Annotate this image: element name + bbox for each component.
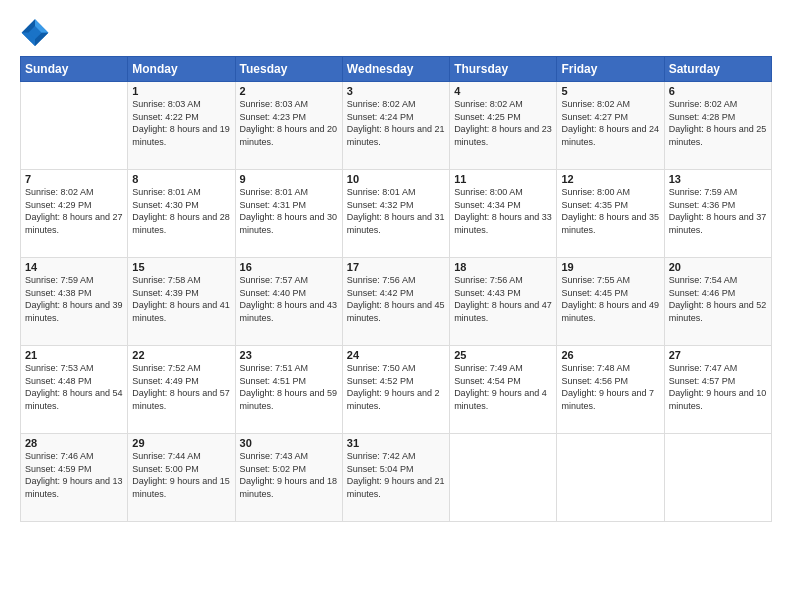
day-number: 31: [347, 437, 445, 449]
calendar-day-cell: 26 Sunrise: 7:48 AM Sunset: 4:56 PM Dayl…: [557, 346, 664, 434]
calendar-header-row: SundayMondayTuesdayWednesdayThursdayFrid…: [21, 57, 772, 82]
logo-icon: [20, 16, 50, 46]
day-info: Sunrise: 8:02 AM Sunset: 4:24 PM Dayligh…: [347, 98, 445, 148]
day-info: Sunrise: 8:00 AM Sunset: 4:35 PM Dayligh…: [561, 186, 659, 236]
day-info: Sunrise: 8:03 AM Sunset: 4:23 PM Dayligh…: [240, 98, 338, 148]
day-info: Sunrise: 7:48 AM Sunset: 4:56 PM Dayligh…: [561, 362, 659, 412]
calendar-day-cell: 25 Sunrise: 7:49 AM Sunset: 4:54 PM Dayl…: [450, 346, 557, 434]
calendar-day-cell: [450, 434, 557, 522]
day-number: 23: [240, 349, 338, 361]
day-number: 16: [240, 261, 338, 273]
day-number: 3: [347, 85, 445, 97]
day-number: 17: [347, 261, 445, 273]
day-number: 11: [454, 173, 552, 185]
day-number: 6: [669, 85, 767, 97]
calendar-day-cell: 13 Sunrise: 7:59 AM Sunset: 4:36 PM Dayl…: [664, 170, 771, 258]
calendar-table: SundayMondayTuesdayWednesdayThursdayFrid…: [20, 56, 772, 522]
calendar-day-cell: 29 Sunrise: 7:44 AM Sunset: 5:00 PM Dayl…: [128, 434, 235, 522]
day-number: 13: [669, 173, 767, 185]
day-number: 9: [240, 173, 338, 185]
day-number: 24: [347, 349, 445, 361]
weekday-header-wednesday: Wednesday: [342, 57, 449, 82]
day-number: 26: [561, 349, 659, 361]
calendar-day-cell: [664, 434, 771, 522]
day-number: 27: [669, 349, 767, 361]
calendar-day-cell: 9 Sunrise: 8:01 AM Sunset: 4:31 PM Dayli…: [235, 170, 342, 258]
day-info: Sunrise: 8:02 AM Sunset: 4:25 PM Dayligh…: [454, 98, 552, 148]
day-info: Sunrise: 7:57 AM Sunset: 4:40 PM Dayligh…: [240, 274, 338, 324]
calendar-day-cell: 31 Sunrise: 7:42 AM Sunset: 5:04 PM Dayl…: [342, 434, 449, 522]
day-info: Sunrise: 8:02 AM Sunset: 4:29 PM Dayligh…: [25, 186, 123, 236]
calendar-day-cell: 19 Sunrise: 7:55 AM Sunset: 4:45 PM Dayl…: [557, 258, 664, 346]
calendar-day-cell: 4 Sunrise: 8:02 AM Sunset: 4:25 PM Dayli…: [450, 82, 557, 170]
calendar-week-row: 28 Sunrise: 7:46 AM Sunset: 4:59 PM Dayl…: [21, 434, 772, 522]
day-info: Sunrise: 8:02 AM Sunset: 4:27 PM Dayligh…: [561, 98, 659, 148]
day-info: Sunrise: 7:50 AM Sunset: 4:52 PM Dayligh…: [347, 362, 445, 412]
calendar-day-cell: 1 Sunrise: 8:03 AM Sunset: 4:22 PM Dayli…: [128, 82, 235, 170]
calendar-day-cell: 6 Sunrise: 8:02 AM Sunset: 4:28 PM Dayli…: [664, 82, 771, 170]
day-info: Sunrise: 7:49 AM Sunset: 4:54 PM Dayligh…: [454, 362, 552, 412]
day-number: 14: [25, 261, 123, 273]
day-number: 4: [454, 85, 552, 97]
calendar-day-cell: 10 Sunrise: 8:01 AM Sunset: 4:32 PM Dayl…: [342, 170, 449, 258]
day-info: Sunrise: 8:02 AM Sunset: 4:28 PM Dayligh…: [669, 98, 767, 148]
day-number: 12: [561, 173, 659, 185]
day-info: Sunrise: 7:58 AM Sunset: 4:39 PM Dayligh…: [132, 274, 230, 324]
day-number: 18: [454, 261, 552, 273]
weekday-header-sunday: Sunday: [21, 57, 128, 82]
day-info: Sunrise: 7:59 AM Sunset: 4:36 PM Dayligh…: [669, 186, 767, 236]
calendar-week-row: 21 Sunrise: 7:53 AM Sunset: 4:48 PM Dayl…: [21, 346, 772, 434]
calendar-day-cell: 27 Sunrise: 7:47 AM Sunset: 4:57 PM Dayl…: [664, 346, 771, 434]
calendar-week-row: 14 Sunrise: 7:59 AM Sunset: 4:38 PM Dayl…: [21, 258, 772, 346]
day-number: 10: [347, 173, 445, 185]
page-header: [20, 16, 772, 46]
calendar-day-cell: 2 Sunrise: 8:03 AM Sunset: 4:23 PM Dayli…: [235, 82, 342, 170]
calendar-day-cell: 11 Sunrise: 8:00 AM Sunset: 4:34 PM Dayl…: [450, 170, 557, 258]
day-info: Sunrise: 7:42 AM Sunset: 5:04 PM Dayligh…: [347, 450, 445, 500]
logo: [20, 16, 56, 46]
day-info: Sunrise: 7:47 AM Sunset: 4:57 PM Dayligh…: [669, 362, 767, 412]
calendar-day-cell: 22 Sunrise: 7:52 AM Sunset: 4:49 PM Dayl…: [128, 346, 235, 434]
day-info: Sunrise: 7:54 AM Sunset: 4:46 PM Dayligh…: [669, 274, 767, 324]
day-number: 8: [132, 173, 230, 185]
weekday-header-monday: Monday: [128, 57, 235, 82]
calendar-day-cell: 8 Sunrise: 8:01 AM Sunset: 4:30 PM Dayli…: [128, 170, 235, 258]
day-info: Sunrise: 7:52 AM Sunset: 4:49 PM Dayligh…: [132, 362, 230, 412]
calendar-day-cell: 30 Sunrise: 7:43 AM Sunset: 5:02 PM Dayl…: [235, 434, 342, 522]
day-number: 20: [669, 261, 767, 273]
day-info: Sunrise: 8:01 AM Sunset: 4:30 PM Dayligh…: [132, 186, 230, 236]
calendar-week-row: 7 Sunrise: 8:02 AM Sunset: 4:29 PM Dayli…: [21, 170, 772, 258]
day-number: 22: [132, 349, 230, 361]
day-info: Sunrise: 7:51 AM Sunset: 4:51 PM Dayligh…: [240, 362, 338, 412]
day-info: Sunrise: 7:46 AM Sunset: 4:59 PM Dayligh…: [25, 450, 123, 500]
day-info: Sunrise: 8:01 AM Sunset: 4:31 PM Dayligh…: [240, 186, 338, 236]
day-info: Sunrise: 7:59 AM Sunset: 4:38 PM Dayligh…: [25, 274, 123, 324]
day-info: Sunrise: 8:01 AM Sunset: 4:32 PM Dayligh…: [347, 186, 445, 236]
calendar-day-cell: 24 Sunrise: 7:50 AM Sunset: 4:52 PM Dayl…: [342, 346, 449, 434]
day-number: 25: [454, 349, 552, 361]
calendar-week-row: 1 Sunrise: 8:03 AM Sunset: 4:22 PM Dayli…: [21, 82, 772, 170]
calendar-day-cell: 5 Sunrise: 8:02 AM Sunset: 4:27 PM Dayli…: [557, 82, 664, 170]
calendar-day-cell: 21 Sunrise: 7:53 AM Sunset: 4:48 PM Dayl…: [21, 346, 128, 434]
calendar-day-cell: [557, 434, 664, 522]
calendar-day-cell: 28 Sunrise: 7:46 AM Sunset: 4:59 PM Dayl…: [21, 434, 128, 522]
calendar-day-cell: [21, 82, 128, 170]
day-info: Sunrise: 8:00 AM Sunset: 4:34 PM Dayligh…: [454, 186, 552, 236]
day-info: Sunrise: 7:56 AM Sunset: 4:43 PM Dayligh…: [454, 274, 552, 324]
calendar-day-cell: 17 Sunrise: 7:56 AM Sunset: 4:42 PM Dayl…: [342, 258, 449, 346]
day-info: Sunrise: 7:44 AM Sunset: 5:00 PM Dayligh…: [132, 450, 230, 500]
calendar-day-cell: 15 Sunrise: 7:58 AM Sunset: 4:39 PM Dayl…: [128, 258, 235, 346]
weekday-header-tuesday: Tuesday: [235, 57, 342, 82]
day-info: Sunrise: 8:03 AM Sunset: 4:22 PM Dayligh…: [132, 98, 230, 148]
weekday-header-thursday: Thursday: [450, 57, 557, 82]
calendar-day-cell: 16 Sunrise: 7:57 AM Sunset: 4:40 PM Dayl…: [235, 258, 342, 346]
calendar-day-cell: 18 Sunrise: 7:56 AM Sunset: 4:43 PM Dayl…: [450, 258, 557, 346]
day-info: Sunrise: 7:43 AM Sunset: 5:02 PM Dayligh…: [240, 450, 338, 500]
calendar-day-cell: 20 Sunrise: 7:54 AM Sunset: 4:46 PM Dayl…: [664, 258, 771, 346]
day-number: 29: [132, 437, 230, 449]
day-number: 7: [25, 173, 123, 185]
day-info: Sunrise: 7:55 AM Sunset: 4:45 PM Dayligh…: [561, 274, 659, 324]
day-number: 15: [132, 261, 230, 273]
day-number: 5: [561, 85, 659, 97]
day-number: 19: [561, 261, 659, 273]
